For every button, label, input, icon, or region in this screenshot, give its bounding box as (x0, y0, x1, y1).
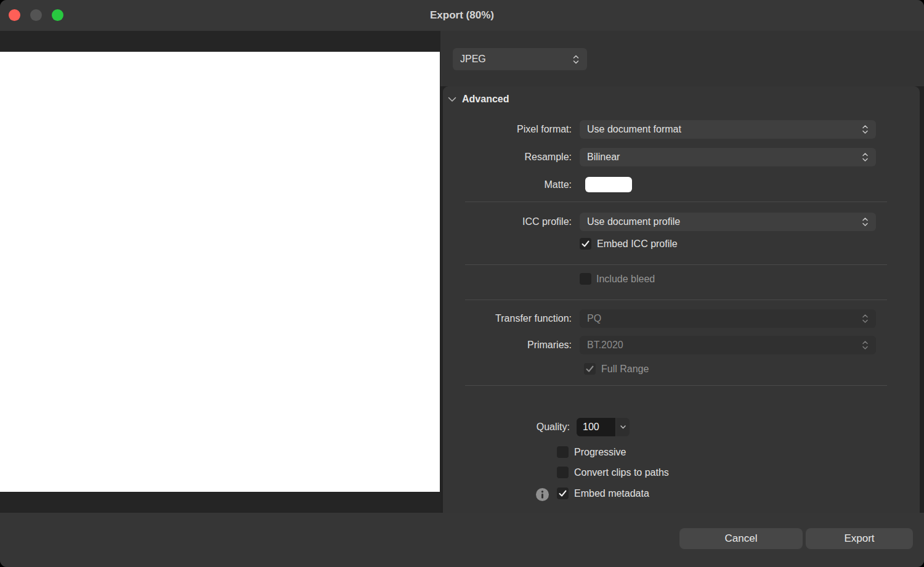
resample-select[interactable]: Bilinear (580, 148, 876, 166)
dialog-footer: Cancel Export (0, 513, 924, 567)
checkmark-icon (582, 240, 590, 248)
updown-chevron-icon (862, 340, 869, 351)
advanced-section-title: Advanced (462, 94, 509, 105)
divider (465, 202, 887, 202)
export-button[interactable]: Export (806, 528, 913, 549)
embed-icc-checkbox[interactable] (580, 238, 591, 250)
embed-metadata-label[interactable]: Embed metadata (574, 487, 649, 500)
format-section: JPEG (440, 31, 924, 86)
info-icon (536, 488, 549, 501)
checkmark-icon (559, 490, 567, 497)
progressive-checkbox[interactable] (557, 446, 569, 458)
divider (465, 264, 887, 265)
quality-dropdown-button[interactable] (616, 418, 630, 436)
embed-metadata-checkbox[interactable] (557, 487, 569, 499)
embed-icc-label[interactable]: Embed ICC profile (597, 237, 678, 250)
icc-profile-select[interactable]: Use document profile (580, 213, 876, 231)
divider (465, 300, 887, 300)
file-format-value: JPEG (460, 54, 572, 65)
export-dialog: Export (80%) JPEG Advanced Pix (0, 0, 924, 567)
include-bleed-label[interactable]: Include bleed (596, 272, 655, 285)
quality-input[interactable]: 100 (577, 418, 615, 436)
advanced-section-header[interactable]: Advanced (448, 94, 509, 105)
pixel-format-value: Use document format (587, 124, 862, 135)
resample-label: Resample: (443, 148, 572, 166)
primaries-label: Primaries: (443, 336, 572, 354)
window-title: Export (80%) (0, 0, 924, 31)
updown-chevron-icon (572, 54, 580, 65)
quality-stepper: 100 (577, 418, 630, 436)
updown-chevron-icon (862, 152, 869, 163)
convert-clips-label[interactable]: Convert clips to paths (574, 466, 669, 479)
pixel-format-label: Pixel format: (443, 120, 572, 139)
cancel-button[interactable]: Cancel (679, 528, 803, 549)
export-settings-panel: JPEG Advanced Pixel format: Use document… (440, 31, 924, 513)
matte-label: Matte: (443, 176, 572, 194)
updown-chevron-icon (862, 216, 869, 227)
transfer-function-label: Transfer function: (443, 309, 572, 328)
transfer-function-value: PQ (587, 313, 862, 324)
convert-clips-checkbox[interactable] (557, 467, 569, 478)
pixel-format-select[interactable]: Use document format (580, 120, 876, 139)
updown-chevron-icon (862, 313, 869, 324)
matte-color-swatch[interactable] (585, 177, 632, 192)
updown-chevron-icon (862, 124, 869, 135)
file-format-select[interactable]: JPEG (453, 48, 587, 70)
resample-value: Bilinear (587, 152, 862, 163)
quality-label: Quality: (443, 418, 570, 436)
export-preview-area (0, 31, 440, 513)
advanced-settings-scroll: Advanced Pixel format: Use document form… (443, 86, 920, 513)
include-bleed-checkbox[interactable] (580, 273, 591, 285)
chevron-down-icon (448, 97, 456, 102)
title-bar: Export (80%) (0, 0, 924, 31)
full-range-label: Full Range (601, 362, 649, 375)
document-preview-canvas[interactable] (0, 52, 440, 492)
icc-profile-label: ICC profile: (443, 213, 572, 231)
transfer-function-select: PQ (580, 309, 876, 328)
divider (465, 385, 887, 386)
chevron-down-icon (620, 425, 626, 430)
primaries-value: BT.2020 (587, 340, 862, 351)
progressive-label[interactable]: Progressive (574, 446, 626, 459)
icc-profile-value: Use document profile (587, 216, 862, 227)
primaries-select: BT.2020 (580, 336, 876, 354)
full-range-checkbox (584, 363, 596, 375)
checkmark-icon (586, 365, 594, 373)
